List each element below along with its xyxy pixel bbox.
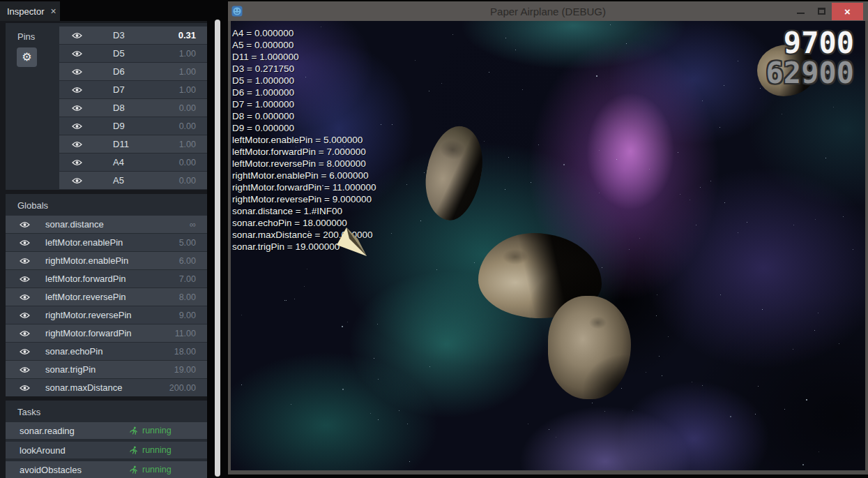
- debug-line: A4 = 0.000000: [232, 27, 376, 39]
- global-row[interactable]: rightMotor.enablePin 6.00: [6, 252, 207, 269]
- global-value: 5.00: [179, 238, 207, 248]
- debug-line: A5 = 0.000000: [232, 39, 376, 51]
- pin-row[interactable]: D5 1.00: [59, 45, 207, 62]
- pin-row[interactable]: D3 0.31: [59, 27, 207, 44]
- globals-rows: sonar.distance ∞ leftMotor.enablePin 5.0…: [6, 216, 207, 396]
- global-name: leftMotor.reversePin: [45, 292, 126, 302]
- eye-icon[interactable]: [20, 366, 30, 373]
- eye-icon[interactable]: [72, 159, 82, 166]
- running-icon: [130, 465, 138, 475]
- task-status: running: [130, 465, 172, 475]
- pin-value: 1.00: [179, 49, 207, 59]
- eye-icon[interactable]: [20, 257, 30, 264]
- global-value: 18.00: [174, 347, 207, 357]
- eye-icon[interactable]: [72, 32, 82, 39]
- globals-title: Globals: [6, 194, 207, 216]
- inspector-scrollbar-thumb[interactable]: [215, 20, 220, 477]
- pin-value: 1.00: [179, 140, 207, 149]
- global-row[interactable]: sonar.distance ∞: [6, 216, 207, 233]
- eye-icon[interactable]: [72, 87, 82, 94]
- tab-inspector[interactable]: Inspector ×: [0, 1, 60, 21]
- tab-bar: Inspector ×: [0, 0, 228, 21]
- maximize-button[interactable]: [811, 1, 832, 21]
- pin-value: 0.00: [179, 176, 207, 186]
- close-icon[interactable]: ×: [50, 6, 56, 16]
- score-secondary: 62900: [766, 59, 854, 88]
- paper-airplane: [335, 226, 371, 258]
- debug-line: D11 = 1.000000: [232, 51, 376, 63]
- pin-name: D9: [113, 121, 125, 131]
- eye-icon[interactable]: [20, 348, 30, 355]
- pins-settings-button[interactable]: ⚙: [17, 47, 37, 67]
- eye-icon[interactable]: [20, 239, 30, 246]
- pin-value: 0.00: [179, 103, 207, 113]
- debug-line: D6 = 1.000000: [232, 87, 376, 98]
- task-name: avoidObstacles: [20, 465, 130, 475]
- global-row[interactable]: rightMotor.forwardPin 11.00: [6, 324, 207, 342]
- global-row[interactable]: leftMotor.forwardPin 7.00: [6, 270, 207, 287]
- pin-row[interactable]: D11 1.00: [59, 135, 207, 153]
- pin-row[interactable]: D6 1.00: [59, 63, 207, 80]
- task-status-label: running: [142, 426, 172, 435]
- debug-overlay: A4 = 0.000000A5 = 0.000000D11 = 1.000000…: [232, 27, 376, 253]
- debug-line: rightMotor.forwardPin = 11.000000: [232, 181, 376, 193]
- pin-name: D3: [113, 30, 125, 40]
- pin-row[interactable]: D9 0.00: [59, 117, 207, 135]
- global-row[interactable]: sonar.trigPin 19.00: [6, 361, 207, 378]
- pin-name: A4: [113, 157, 124, 167]
- window-title: Paper Airplane (DEBUG): [228, 6, 868, 17]
- inspector-scrollbar-track[interactable]: [207, 21, 228, 478]
- global-value: 11.00: [175, 329, 207, 338]
- global-name: sonar.distance: [45, 219, 104, 230]
- eye-icon[interactable]: [20, 384, 30, 391]
- eye-icon[interactable]: [20, 294, 30, 301]
- eye-icon[interactable]: [72, 50, 82, 57]
- eye-icon[interactable]: [72, 141, 82, 148]
- globals-section: Globals sonar.distance ∞ leftMotor.enabl…: [6, 194, 207, 396]
- close-button[interactable]: ×: [832, 3, 863, 20]
- inspector-panel: Inspector × Pins ⚙ D3: [0, 0, 228, 478]
- minimize-button[interactable]: [790, 1, 811, 21]
- pin-value: 0.00: [179, 121, 207, 131]
- task-row[interactable]: avoidObstacles running: [6, 461, 207, 478]
- tab-label: Inspector: [7, 6, 44, 17]
- eye-icon[interactable]: [72, 177, 82, 184]
- eye-icon[interactable]: [72, 68, 82, 75]
- global-row[interactable]: sonar.maxDistance 200.00: [6, 379, 207, 396]
- eye-icon[interactable]: [72, 123, 82, 130]
- global-name: leftMotor.forwardPin: [45, 274, 126, 284]
- pin-name: A5: [113, 175, 124, 186]
- task-status-label: running: [142, 445, 172, 455]
- eye-icon[interactable]: [72, 105, 82, 112]
- eye-icon[interactable]: [20, 276, 30, 283]
- pin-row[interactable]: A4 0.00: [59, 154, 207, 171]
- debug-line: rightMotor.enablePin = 6.000000: [232, 170, 376, 181]
- gear-icon: ⚙: [22, 52, 31, 63]
- global-row[interactable]: sonar.echoPin 18.00: [6, 343, 207, 360]
- task-row[interactable]: lookAround running: [6, 442, 207, 458]
- pin-value: 0.31: [178, 30, 207, 40]
- pin-row[interactable]: A5 0.00: [59, 172, 207, 189]
- global-value: 19.00: [174, 365, 207, 375]
- eye-icon[interactable]: [20, 330, 30, 337]
- global-row[interactable]: leftMotor.reversePin 8.00: [6, 288, 207, 306]
- global-name: sonar.maxDistance: [45, 382, 123, 393]
- pins-rows: D3 0.31 D5 1.00 D6 1.00: [59, 23, 207, 190]
- debug-line: D9 = 0.000000: [232, 122, 376, 134]
- pin-name: D6: [113, 66, 125, 77]
- score-panel: 9700 62900: [766, 28, 854, 88]
- title-bar[interactable]: Paper Airplane (DEBUG) ×: [228, 1, 868, 21]
- global-row[interactable]: rightMotor.reversePin 9.00: [6, 306, 207, 324]
- eye-icon[interactable]: [20, 221, 30, 228]
- debug-line: leftMotor.forwardPin = 7.000000: [232, 146, 376, 158]
- screen: Inspector × Pins ⚙ D3: [0, 0, 868, 478]
- global-row[interactable]: leftMotor.enablePin 5.00: [6, 234, 207, 251]
- pins-title: Pins: [6, 25, 35, 47]
- pin-name: D11: [113, 139, 129, 149]
- game-viewport[interactable]: A4 = 0.000000A5 = 0.000000D11 = 1.000000…: [231, 21, 865, 470]
- global-name: rightMotor.reversePin: [45, 310, 132, 320]
- pin-row[interactable]: D7 1.00: [59, 81, 207, 98]
- task-row[interactable]: sonar.reading running: [6, 422, 207, 439]
- eye-icon[interactable]: [20, 312, 30, 319]
- pin-row[interactable]: D8 0.00: [59, 99, 207, 117]
